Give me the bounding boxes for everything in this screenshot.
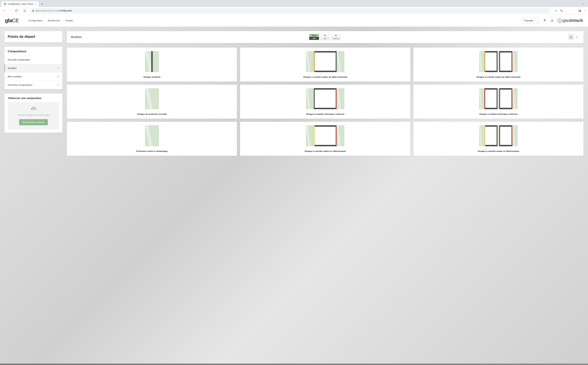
back-button[interactable] bbox=[2, 9, 6, 13]
model-card-5[interactable]: Vitrages à isolation thermique renforcée bbox=[413, 85, 583, 119]
header-right: Français glaströsch bbox=[522, 18, 583, 23]
unit-toggle-2[interactable]: Air"/pouces bbox=[331, 34, 341, 40]
card-label: Vitrages à contrôle solaire et réfléchis… bbox=[244, 150, 407, 152]
compositions-heading: Compositions bbox=[5, 47, 62, 56]
card-label: Vitrages à contrôle solaire de faible em… bbox=[244, 76, 407, 78]
svg-rect-9 bbox=[571, 36, 572, 37]
model-card-4[interactable]: Vitrages à isolation thermique renforcée bbox=[240, 85, 410, 119]
svg-rect-23 bbox=[336, 51, 337, 72]
main-title: Modèles bbox=[71, 35, 82, 39]
sidebar-item-2[interactable]: Mes modèles bbox=[5, 72, 62, 81]
upload-panel: Téléverser une composition Glisser et dé… bbox=[5, 94, 62, 133]
svg-rect-60 bbox=[500, 108, 511, 109]
chevron-right-icon bbox=[57, 67, 59, 70]
svg-rect-0 bbox=[33, 11, 34, 12]
svg-rect-78 bbox=[485, 145, 497, 146]
main-content: Modèles ArgonmmAirmmAir"/pouces Vitrages… bbox=[67, 31, 583, 156]
svg-rect-44 bbox=[314, 88, 315, 109]
svg-rect-82 bbox=[499, 125, 500, 146]
select-file-button[interactable]: Sélectionner un fichier bbox=[19, 119, 48, 125]
svg-rect-85 bbox=[511, 125, 512, 146]
svg-rect-84 bbox=[500, 145, 511, 146]
app-logo[interactable]: glaCE bbox=[5, 17, 19, 23]
main-nav: ConfigurateurRecherchesProjets bbox=[26, 19, 75, 22]
view-toggle bbox=[568, 34, 580, 40]
url-text: glace.glastroesch.com/configurator bbox=[36, 9, 72, 12]
svg-rect-71 bbox=[336, 125, 337, 146]
svg-rect-69 bbox=[315, 125, 336, 127]
model-card-8[interactable]: Vitrages à contrôle solaire et réfléchis… bbox=[413, 122, 583, 156]
upload-title: Téléverser une composition bbox=[8, 97, 59, 99]
sidebar-item-label: Dernières compositions bbox=[8, 84, 32, 86]
translate-icon[interactable] bbox=[560, 9, 563, 12]
sidebar-item-label: Mes modèles bbox=[8, 75, 22, 78]
starting-points-panel: Points de départ bbox=[5, 31, 62, 42]
svg-point-4 bbox=[585, 10, 585, 10]
tab-close-icon[interactable]: × bbox=[35, 3, 36, 5]
svg-rect-77 bbox=[485, 125, 497, 127]
footer: Mentions légalesProtection des donnéesCl… bbox=[0, 364, 588, 365]
svg-rect-17 bbox=[151, 51, 153, 72]
svg-point-6 bbox=[585, 11, 585, 12]
lock-icon bbox=[32, 9, 34, 12]
menu-icon[interactable] bbox=[583, 9, 586, 12]
svg-rect-10 bbox=[570, 37, 571, 38]
main-header: Modèles ArgonmmAirmmAir"/pouces bbox=[67, 31, 583, 43]
reload-button[interactable] bbox=[14, 9, 18, 13]
unit-toggle-1[interactable]: Airmm bbox=[320, 34, 330, 40]
page-body: Points de départ Compositions Nouvelle c… bbox=[0, 27, 588, 364]
sidebar-item-1[interactable]: Modèles bbox=[5, 64, 62, 72]
svg-rect-21 bbox=[315, 51, 336, 52]
new-tab-button[interactable]: + bbox=[40, 2, 44, 6]
svg-rect-53 bbox=[485, 88, 497, 90]
language-select[interactable]: Français bbox=[522, 18, 539, 23]
card-label: Vitrages à contrôle solaire et réfléchis… bbox=[417, 150, 580, 152]
svg-point-1 bbox=[555, 10, 556, 11]
browser-tab[interactable]: Configurator | Glas Trösch × bbox=[1, 1, 38, 7]
tab-bar: Configurator | Glas Trösch × + bbox=[0, 0, 588, 7]
url-input[interactable]: glace.glastroesch.com/configurator bbox=[30, 8, 551, 13]
svg-rect-58 bbox=[499, 88, 500, 109]
sidebar-title: Points de départ bbox=[5, 31, 62, 42]
model-card-3[interactable]: Vitrages de protection incendie bbox=[67, 85, 237, 119]
sidebar-item-3[interactable]: Dernières compositions bbox=[5, 81, 62, 89]
bookmark-button[interactable] bbox=[23, 9, 26, 12]
card-label: Vitrages de protection incendie bbox=[70, 113, 233, 115]
sidebar-item-0[interactable]: Nouvelle composition bbox=[5, 56, 62, 64]
svg-rect-11 bbox=[571, 37, 572, 38]
svg-rect-55 bbox=[497, 88, 497, 109]
forward-button[interactable] bbox=[8, 9, 12, 13]
unit-toggle-0[interactable]: Argonmm bbox=[309, 34, 319, 40]
model-card-0[interactable]: Vitrages feuilletés bbox=[67, 48, 237, 82]
svg-rect-22 bbox=[315, 71, 336, 72]
sidebar-item-label: Modèles bbox=[8, 67, 17, 70]
bell-icon[interactable] bbox=[543, 19, 546, 22]
language-label: Français bbox=[524, 19, 533, 22]
model-card-2[interactable]: Vitrages à contrôle solaire de faible em… bbox=[413, 48, 583, 82]
chevron-right-icon bbox=[57, 75, 59, 78]
unit-toggles: ArgonmmAirmmAir"/pouces bbox=[309, 34, 341, 40]
card-label: Protection contre le cambriolage bbox=[70, 150, 233, 152]
dropzone[interactable]: Glisser et déposer un fichier gpd Sélect… bbox=[8, 102, 59, 129]
pip-icon[interactable] bbox=[578, 9, 581, 12]
list-view-button[interactable] bbox=[574, 35, 579, 40]
svg-rect-20 bbox=[314, 51, 315, 72]
chevron-right-icon bbox=[57, 84, 59, 86]
nav-item-configurateur[interactable]: Configurateur bbox=[26, 19, 45, 22]
nav-item-projets[interactable]: Projets bbox=[63, 19, 75, 22]
model-card-6[interactable]: Protection contre le cambriolage bbox=[67, 122, 237, 156]
grid-view-button[interactable] bbox=[568, 35, 574, 40]
brand-logo[interactable]: glaströsch bbox=[558, 18, 583, 23]
svg-point-5 bbox=[585, 10, 585, 11]
nav-item-recherches[interactable]: Recherches bbox=[45, 19, 63, 22]
svg-rect-70 bbox=[315, 145, 336, 146]
svg-rect-37 bbox=[511, 51, 512, 72]
tabs-expand-icon[interactable] bbox=[579, 2, 587, 6]
user-icon[interactable] bbox=[550, 19, 554, 22]
upload-cloud-icon bbox=[10, 106, 56, 112]
app-header: glaCE ConfigurateurRecherchesProjets Fra… bbox=[0, 14, 588, 27]
model-card-1[interactable]: Vitrages à contrôle solaire de faible em… bbox=[240, 48, 410, 82]
key-icon[interactable] bbox=[554, 9, 558, 12]
card-label: Vitrages à contrôle solaire de faible em… bbox=[417, 76, 580, 78]
model-card-7[interactable]: Vitrages à contrôle solaire et réfléchis… bbox=[240, 122, 410, 156]
